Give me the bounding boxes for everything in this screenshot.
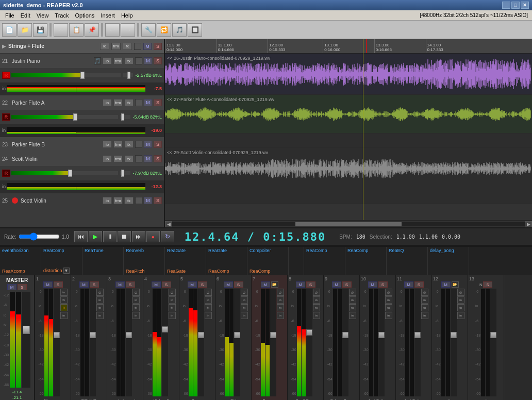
track-25-io[interactable]: io [103,197,112,204]
ch8-s-btn[interactable]: S [306,281,315,288]
track-21-icon[interactable]: 🎵 [94,57,101,64]
ch7-r-btn[interactable]: fx [277,304,284,311]
fx-reaGate1-name[interactable]: ReaGate [167,248,204,253]
track-22-vol-knob[interactable] [73,113,77,121]
ch10-fx-btn[interactable]: io [385,296,392,304]
ch1-r-btn[interactable]: R [60,304,68,311]
track-22-s[interactable]: S [154,99,162,106]
ch11-s-btn[interactable]: S [414,281,424,288]
waveform-track-21[interactable]: << 26-Justin Piano-consolidated-070929_1… [165,54,532,95]
ch8-r-btn[interactable]: fx [313,304,320,311]
ch10-io-btn[interactable]: ∅ [385,289,392,296]
fx-expand-btn[interactable]: ▼ [63,268,70,274]
ch4-io-btn[interactable]: ∅ [169,289,176,296]
track-23-io[interactable]: io [103,141,112,148]
ch6-s-btn[interactable]: S [234,281,243,288]
ch9-fader[interactable] [342,289,348,396]
fx-compoiter-name[interactable]: Compoiter [250,248,286,253]
track-24-pan-knob[interactable] [121,170,124,177]
ch2-fader[interactable] [90,289,96,396]
track-21-vol-slider[interactable] [11,73,121,77]
ch1-fader-knob[interactable] [54,332,60,338]
ch2-s-btn[interactable]: S [90,281,99,288]
ch6-fader-knob[interactable] [234,332,240,338]
menu-options[interactable]: Options [72,11,97,20]
ch8-fader[interactable] [306,289,312,396]
ch10-r-btn[interactable]: fx [385,304,392,311]
cut-button[interactable]: ✂ [54,23,68,37]
track-22-pan-slider[interactable] [120,115,130,119]
ch5-fx-btn[interactable]: io [205,296,212,304]
menu-insert[interactable]: Insert [97,11,118,20]
ch8-in-btn[interactable]: in [313,312,320,319]
track-23-m[interactable]: M [144,141,152,148]
fx-reaGate1-sub[interactable]: ReaGate [167,269,204,274]
ch9-fx-btn[interactable]: io [349,296,356,304]
ch13-fader[interactable] [490,289,496,396]
ch7-fader-knob[interactable] [270,332,276,338]
open-button[interactable]: 📁 [18,23,32,37]
track-21-s[interactable]: S [154,57,162,64]
scroll-right-arrow[interactable]: ▶ [525,221,532,227]
track-21-io[interactable]: io [103,57,112,64]
group-env-btn[interactable] [134,43,141,50]
track-23-env[interactable] [135,141,142,148]
track-22-m[interactable]: M [144,99,152,106]
playhead[interactable] [366,39,367,53]
group-s-btn[interactable]: S [154,43,162,50]
ch1-in-btn[interactable]: in [60,312,68,319]
ch1-m-btn[interactable]: M [43,281,53,288]
track-21-fx[interactable]: fx [124,57,134,64]
ch9-io-btn[interactable]: ∅ [349,289,356,296]
ch5-fader-knob[interactable] [198,332,204,338]
ch6-in-btn[interactable]: in [241,312,248,319]
rewind-begin-button[interactable]: ⏮ [74,231,88,242]
ch7-s-btn[interactable]: 📂 [271,281,278,288]
rate-slider[interactable] [19,232,60,241]
track-25-env[interactable] [135,197,142,204]
group-m-btn[interactable]: M [143,43,152,50]
metronome-button[interactable]: 🎵 [172,23,187,37]
track-22-vol-slider[interactable] [11,115,118,119]
ch5-in-btn[interactable]: in [205,312,212,319]
track-24-pan-slider[interactable] [120,171,130,175]
ch9-r-btn[interactable]: fx [349,304,356,311]
ch11-r-btn[interactable]: fx [421,304,428,311]
ch2-fx-btn[interactable]: io [96,296,104,304]
ch13-fader-knob[interactable] [490,332,496,338]
ch12-fx-btn[interactable]: io [457,296,464,304]
track-22-arm[interactable]: R [2,113,10,121]
waveform-track-24[interactable]: << 29-Scott Violin-consolidated-070929_1… [165,148,532,189]
track-22-io[interactable]: io [103,99,112,106]
master-fader-knob[interactable] [23,326,30,334]
ch12-s-btn[interactable]: 📂 [452,281,459,288]
ch2-r-btn[interactable]: fx [96,304,104,311]
ch4-fader[interactable] [162,289,168,396]
track-24-vol-knob[interactable] [68,170,72,177]
ch13-s-btn[interactable]: S [483,281,492,288]
ch12-io-btn[interactable]: ∅ [457,289,464,296]
ch1-s-btn[interactable]: S [54,281,63,288]
ch4-fader-knob[interactable] [162,326,168,332]
track-24-m[interactable]: M [144,155,152,162]
menu-edit[interactable]: Edit [18,11,34,20]
track-25-fx[interactable]: fx [124,197,134,204]
fx-reverb-name[interactable]: ReaVerb [126,248,162,253]
menu-help[interactable]: Help [118,11,136,20]
undo-button[interactable]: ↩ [105,23,120,37]
loop-transport-button[interactable]: ↻ [161,231,174,242]
stop-button[interactable]: ⏹ [118,231,131,242]
track-24-arm[interactable]: R [2,170,10,177]
ch7-io-btn[interactable]: ∅ [277,289,284,296]
track-25-frm[interactable]: frm [113,197,123,204]
ch11-fader[interactable] [414,289,421,396]
save-button[interactable]: 💾 [33,23,47,37]
ch3-in-btn[interactable]: in [132,312,140,319]
ch3-r-btn[interactable]: fx [132,304,140,311]
scroll-track[interactable] [172,222,525,226]
loop-button[interactable]: 🔁 [157,23,171,37]
redo-button[interactable]: ↪ [121,23,135,37]
menu-view[interactable]: View [34,11,52,20]
ch3-io-btn[interactable]: ∅ [132,289,140,296]
menu-track[interactable]: Track [52,11,72,20]
